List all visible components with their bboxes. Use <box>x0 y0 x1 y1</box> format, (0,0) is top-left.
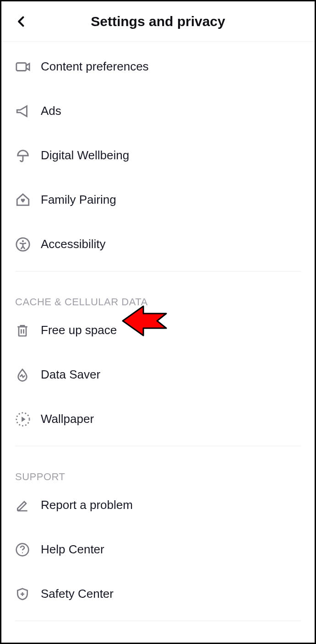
item-label: Report a problem <box>41 498 133 512</box>
megaphone-icon <box>15 103 41 119</box>
svg-point-5 <box>22 552 23 553</box>
item-label: Free up space <box>41 323 117 337</box>
item-safety-center[interactable]: Safety Center <box>15 572 301 616</box>
item-digital-wellbeing[interactable]: Digital Wellbeing <box>15 133 301 178</box>
item-free-up-space[interactable]: Free up space <box>15 308 301 352</box>
settings-list: Content preferences Ads Digital Wellbein… <box>1 44 315 644</box>
item-report-problem[interactable]: Report a problem <box>15 483 301 527</box>
item-label: Help Center <box>41 542 104 557</box>
svg-point-2 <box>22 240 24 242</box>
item-label: Safety Center <box>41 587 114 601</box>
item-label: Content preferences <box>41 60 149 74</box>
item-data-saver[interactable]: Data Saver <box>15 352 301 397</box>
drop-icon <box>15 368 41 382</box>
dotted-play-icon <box>15 411 41 427</box>
item-label: Wallpaper <box>41 412 94 426</box>
umbrella-icon <box>15 148 41 163</box>
pencil-icon <box>15 498 41 513</box>
item-content-preferences[interactable]: Content preferences <box>15 44 301 89</box>
accessibility-icon <box>15 237 41 252</box>
item-label: Data Saver <box>41 368 100 382</box>
item-ads[interactable]: Ads <box>15 89 301 133</box>
item-label: Ads <box>41 104 61 118</box>
item-label: Digital Wellbeing <box>41 148 129 162</box>
help-circle-icon <box>15 542 41 557</box>
section-header-support: SUPPORT <box>15 446 301 483</box>
header: Settings and privacy <box>1 1 315 42</box>
video-icon <box>15 59 41 75</box>
item-wallpaper[interactable]: Wallpaper <box>15 397 301 441</box>
section-header-about: ABOUT <box>15 621 301 644</box>
page-title: Settings and privacy <box>1 14 315 29</box>
item-accessibility[interactable]: Accessibility <box>15 222 301 266</box>
trash-icon <box>15 323 41 338</box>
chevron-left-icon <box>15 13 28 30</box>
house-heart-icon <box>15 192 41 208</box>
item-family-pairing[interactable]: Family Pairing <box>15 178 301 222</box>
item-label: Family Pairing <box>41 193 116 207</box>
item-label: Accessibility <box>41 237 106 251</box>
section-header-cache: CACHE & CELLULAR DATA <box>15 271 301 308</box>
item-help-center[interactable]: Help Center <box>15 527 301 572</box>
svg-rect-0 <box>16 63 26 70</box>
shield-plus-icon <box>15 587 41 601</box>
back-button[interactable] <box>12 12 31 31</box>
